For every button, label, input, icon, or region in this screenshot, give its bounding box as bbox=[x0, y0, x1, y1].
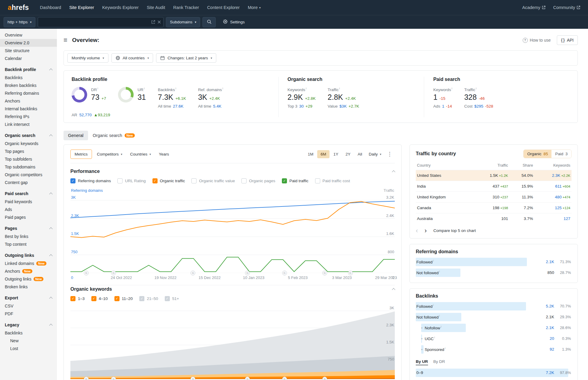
changes-range-dropdown[interactable]: Changes: Last 2 years▾ bbox=[156, 53, 216, 63]
sidebar-item-overview[interactable]: Overview bbox=[0, 31, 57, 39]
google-update-marker[interactable]: G bbox=[111, 271, 116, 275]
table-row-india[interactable]: India 437+437 15.9% 611+604 bbox=[416, 181, 572, 191]
competitors-dropdown[interactable]: Competitors▾ bbox=[94, 150, 125, 159]
table-row-australia[interactable]: Australia 101 3.7% 127 bbox=[416, 213, 572, 224]
sidebar-item-outgoing-links[interactable]: Outgoing linksNew bbox=[0, 275, 57, 283]
sidebar-item-site-structure[interactable]: Site structure bbox=[0, 47, 57, 55]
sidebar-item-referring-ips[interactable]: Referring IPs bbox=[0, 113, 57, 120]
organic-keywords-chart[interactable]: 3K2.3K1.5K75024 Oct 202219 Nov 202215 De… bbox=[70, 305, 395, 379]
sidebar-item-broken-links[interactable]: Broken links bbox=[0, 283, 57, 291]
range-2y[interactable]: 2Y bbox=[342, 150, 354, 158]
backlinks-all-time-link[interactable]: 27.6K bbox=[173, 104, 183, 108]
sidebar-section-outgoing-links[interactable]: Outgoing links bbox=[0, 248, 57, 260]
sidebar-item-referring-domains[interactable]: Referring domains bbox=[0, 89, 57, 97]
not-followed-row[interactable]: Not followedi 85028.7% bbox=[416, 268, 572, 278]
granularity-dropdown[interactable]: Daily▾ bbox=[366, 150, 384, 159]
sidebar-item-organic-competitors[interactable]: Organic competitors bbox=[0, 171, 57, 179]
how-to-use-link[interactable]: ?How to use bbox=[523, 38, 551, 43]
value-link[interactable]: 20 bbox=[540, 336, 554, 341]
sidebar-item-paid-pages[interactable]: Paid pages bbox=[0, 213, 57, 221]
sidebar-item-ads[interactable]: Ads bbox=[0, 206, 57, 213]
sidebar-section-export[interactable]: Export bbox=[0, 291, 57, 302]
nav-rank-tracker[interactable]: Rank Tracker bbox=[173, 5, 199, 10]
legend-url-rating[interactable]: ✓URL Rating bbox=[117, 178, 146, 183]
google-update-marker[interactable]: G bbox=[348, 271, 353, 275]
sidebar-item-linked-domains[interactable]: Linked domainsNew bbox=[0, 260, 57, 267]
organic-keywords-section-header[interactable]: Organic keywords bbox=[70, 285, 395, 292]
keywords-link[interactable]: 125 bbox=[555, 206, 562, 210]
ahrefs-logo[interactable]: ahrefs bbox=[8, 4, 29, 12]
followed-row[interactable]: Followedi 5.2K70.7% bbox=[416, 301, 572, 311]
countries-dropdown[interactable]: Countries▾ bbox=[127, 150, 154, 159]
sidebar-section-legacy[interactable]: Legacy bbox=[0, 318, 57, 329]
ur-bucket-row-0-9[interactable]: 0–9 7.2K97.8% bbox=[416, 368, 572, 378]
google-update-marker[interactable]: G bbox=[84, 271, 89, 275]
range-6m[interactable]: 6M bbox=[317, 150, 329, 158]
nofollow-row[interactable]: •Nofollowi 2.1K28.6% bbox=[416, 323, 572, 333]
sponsored-row[interactable]: •Sponsoredi 921.3% bbox=[416, 344, 572, 355]
tab-by-ur[interactable]: By UR bbox=[416, 359, 428, 365]
legend-organic-traffic[interactable]: ✓Organic traffic bbox=[152, 178, 185, 183]
range-1y[interactable]: 1Y bbox=[330, 150, 342, 158]
top3-value-link[interactable]: 30 bbox=[299, 104, 304, 108]
ref-domains-all-time-link[interactable]: 5.4K bbox=[213, 104, 221, 108]
not-followed-row[interactable]: Not followedi 2.1K29.3% bbox=[416, 312, 572, 322]
tab-general[interactable]: General bbox=[64, 131, 88, 140]
keywords-link[interactable]: 127 bbox=[563, 216, 570, 221]
nav-content-explorer[interactable]: Content Explorer bbox=[207, 5, 240, 10]
keywords-link[interactable]: 611 bbox=[555, 184, 562, 189]
target-input[interactable] bbox=[40, 20, 149, 24]
performance-chart[interactable]: 3K2.3K1.5K7503.2K2.4K1.6K800024 Oct 2022… bbox=[70, 194, 395, 273]
settings-button[interactable]: Settings bbox=[223, 19, 245, 25]
toggle-organic[interactable]: Organic85 bbox=[524, 150, 551, 158]
tab-organic-search[interactable]: Organic searchNew bbox=[91, 131, 137, 140]
ads-value-link[interactable]: 1 bbox=[442, 104, 445, 108]
google-update-marker[interactable]: G bbox=[282, 377, 287, 380]
google-update-marker[interactable]: G bbox=[191, 271, 195, 275]
sidebar-item-internal-backlinks[interactable]: Internal backlinks bbox=[0, 105, 57, 113]
range-all[interactable]: All bbox=[354, 150, 365, 158]
table-row-united-kingdom[interactable]: United Kingdom 310+237 11.3% 480+474 bbox=[416, 191, 572, 202]
value-link[interactable]: 2.1K bbox=[540, 260, 554, 264]
sidebar-item-pdf[interactable]: PDF bbox=[0, 310, 57, 318]
clear-input-icon[interactable] bbox=[158, 20, 161, 24]
followed-row[interactable]: Followedi 2.1K71.3% bbox=[416, 257, 572, 267]
keywords-link[interactable]: 2.3K bbox=[552, 173, 560, 178]
legend-51-plus[interactable]: ✓51+ bbox=[165, 296, 179, 301]
sidebar-section-backlink-profile[interactable]: Backlink profile bbox=[0, 62, 57, 74]
col-traffic[interactable]: Traffic bbox=[472, 161, 509, 170]
table-row-canada[interactable]: Canada 198+198 7.2% 125+124 bbox=[416, 202, 572, 213]
value-link[interactable]: 7.2K bbox=[540, 370, 554, 375]
sidebar-item-legacy-backlinks[interactable]: Backlinks bbox=[0, 329, 57, 337]
sidebar-item-best-by-links[interactable]: Best by links bbox=[0, 233, 57, 240]
range-1m[interactable]: 1M bbox=[304, 150, 317, 158]
prev-page-icon[interactable]: ‹ bbox=[416, 227, 418, 234]
ar-value-link[interactable]: 52,770 bbox=[79, 113, 92, 117]
next-page-icon[interactable]: › bbox=[424, 227, 427, 234]
value-link[interactable]: 5.2K bbox=[540, 304, 554, 308]
compare-top5-link[interactable]: Compare top 5 on chart bbox=[433, 228, 476, 233]
legend-4-10[interactable]: ✓4–10 bbox=[91, 296, 108, 301]
nav-academy[interactable]: Academy bbox=[522, 5, 545, 10]
sidebar-section-pages[interactable]: Pages bbox=[0, 221, 57, 233]
legend-referring-domains[interactable]: ✓Referring domains bbox=[70, 178, 111, 183]
sidebar-item-legacy-new[interactable]: New bbox=[0, 337, 57, 345]
legend-paid-traffic-cost[interactable]: ✓Paid traffic cost bbox=[315, 178, 350, 183]
country-filter-dropdown[interactable]: All countries▾ bbox=[111, 53, 153, 63]
sidebar-item-calendar[interactable]: Calendar bbox=[0, 55, 57, 62]
nav-dashboard[interactable]: Dashboard bbox=[40, 5, 61, 10]
sidebar-item-top-content[interactable]: Top content bbox=[0, 240, 57, 248]
sidebar-item-content-gap[interactable]: Content gap bbox=[0, 179, 57, 186]
sidebar-item-paid-keywords[interactable]: Paid keywords bbox=[0, 198, 57, 206]
sidebar-section-paid-search[interactable]: Paid search bbox=[0, 186, 57, 198]
nav-site-audit[interactable]: Site Audit bbox=[147, 5, 165, 10]
legend-11-20[interactable]: ✓11–20 bbox=[114, 296, 133, 301]
scope-dropdown[interactable]: Subdomains▾ bbox=[166, 17, 200, 27]
value-link[interactable]: 92 bbox=[540, 347, 554, 352]
sidebar-item-link-intersect[interactable]: Link intersect bbox=[0, 120, 57, 128]
cost-value-link[interactable]: $295 bbox=[474, 104, 483, 108]
value-link[interactable]: 2.1K bbox=[540, 325, 554, 330]
col-country[interactable]: Country bbox=[416, 161, 472, 170]
open-in-new-icon[interactable] bbox=[151, 20, 155, 24]
sidebar-item-organic-keywords[interactable]: Organic keywords bbox=[0, 140, 57, 147]
